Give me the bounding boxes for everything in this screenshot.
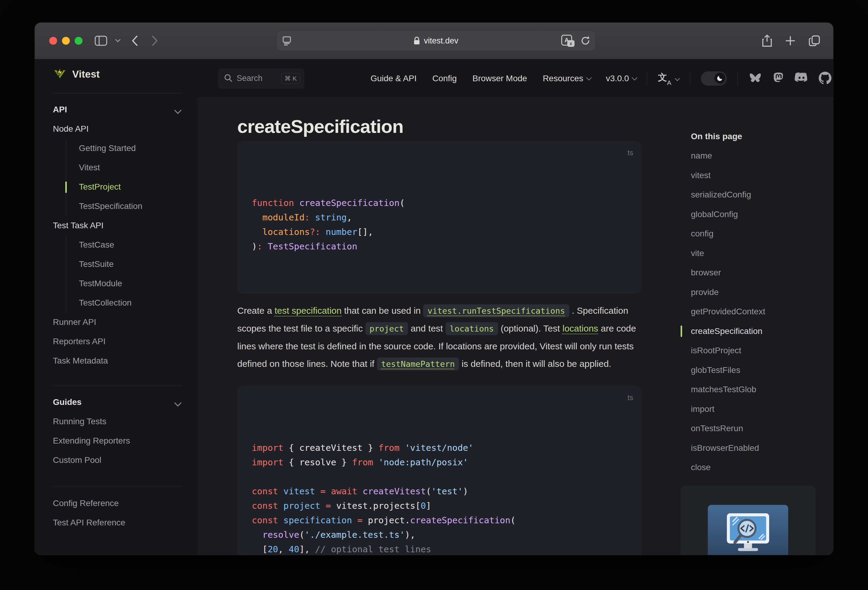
toc-item[interactable]: serializedConfig bbox=[691, 185, 816, 205]
sidebar-item[interactable]: Config Reference bbox=[53, 494, 182, 513]
toc-item[interactable]: createSpecification bbox=[691, 322, 816, 341]
code-lines: function createSpecification( moduleId: … bbox=[252, 196, 626, 254]
forward-button[interactable] bbox=[151, 35, 158, 46]
toc-item[interactable]: vite bbox=[691, 244, 816, 263]
translate-icon[interactable]: A x bbox=[561, 35, 574, 47]
search-input[interactable]: Search ⌘ K bbox=[218, 69, 304, 88]
chevron-down-icon bbox=[675, 76, 680, 81]
sidebar-item[interactable]: TestSuite bbox=[66, 255, 182, 274]
vitest-logo-icon bbox=[53, 67, 67, 82]
top-navbar: Search ⌘ K Guide & APIConfigBrowser Mode… bbox=[198, 59, 833, 98]
chevron-down-icon[interactable] bbox=[115, 39, 121, 43]
github-icon[interactable] bbox=[819, 72, 831, 85]
sidebar-item[interactable]: Reporters API bbox=[53, 332, 182, 351]
sidebar-section-api[interactable]: API bbox=[53, 100, 182, 119]
new-tab-icon[interactable] bbox=[785, 35, 796, 46]
back-button[interactable] bbox=[131, 35, 138, 46]
sidebar-item[interactable]: Extending Reporters bbox=[53, 431, 182, 450]
minimize-window-button[interactable] bbox=[62, 37, 70, 45]
toc-item[interactable]: getProvidedContext bbox=[691, 302, 816, 322]
sidebar: Vitest API Node API Getting StartedVites… bbox=[35, 59, 198, 555]
toc-title: On this page bbox=[691, 127, 816, 146]
sidebar-nav: API Node API Getting StartedVitestTestPr… bbox=[53, 100, 182, 532]
close-window-button[interactable] bbox=[49, 37, 57, 45]
nav-link[interactable]: v3.0.0 bbox=[606, 74, 636, 83]
toc-item[interactable]: config bbox=[691, 224, 816, 244]
nav-links: Guide & APIConfigBrowser ModeResourcesv3… bbox=[371, 74, 636, 83]
toc-item[interactable]: vitest bbox=[691, 166, 816, 185]
sidebar-item[interactable]: TestProject bbox=[66, 177, 182, 197]
brand[interactable]: Vitest bbox=[53, 63, 198, 85]
toc-item[interactable]: globTestFiles bbox=[691, 360, 816, 380]
code-language-label: ts bbox=[627, 390, 633, 405]
nav-link[interactable]: Guide & API bbox=[371, 74, 417, 83]
sponsor-image bbox=[708, 505, 788, 555]
sidebar-toggle-icon[interactable] bbox=[94, 35, 107, 46]
brand-name: Vitest bbox=[72, 69, 100, 80]
discord-icon[interactable] bbox=[794, 72, 809, 85]
sidebar-item[interactable]: Vitest bbox=[66, 158, 182, 177]
page-title: createSpecification bbox=[237, 116, 641, 137]
tab-overview-icon[interactable] bbox=[809, 35, 821, 47]
toc-list: namevitestserializedConfigglobalConfigco… bbox=[691, 146, 816, 477]
test-task-api-items: TestCaseTestSuiteTestModuleTestCollectio… bbox=[66, 235, 182, 312]
language-icon[interactable]: 文 A bbox=[658, 72, 672, 85]
search-placeholder: Search bbox=[237, 74, 277, 83]
share-icon[interactable] bbox=[762, 34, 772, 47]
browser-window: vitest.dev A x bbox=[35, 23, 833, 555]
search-shortcut: ⌘ K bbox=[281, 73, 300, 84]
sidebar-item[interactable]: TestSpecification bbox=[66, 197, 182, 216]
browser-chrome: vitest.dev A x bbox=[35, 23, 833, 59]
node-api-items: Getting StartedVitestTestProjectTestSpec… bbox=[66, 138, 182, 216]
toc-item[interactable]: name bbox=[691, 146, 816, 166]
toc-item[interactable]: browser bbox=[691, 263, 816, 282]
search-icon bbox=[224, 74, 232, 83]
code-lines: import { createVitest } from 'vitest/nod… bbox=[252, 440, 626, 555]
address-bar[interactable]: vitest.dev A x bbox=[277, 31, 595, 50]
code-block-signature: ts function createSpecification( moduleI… bbox=[237, 141, 641, 293]
code-block-example: ts import { createVitest } from 'vitest/… bbox=[237, 386, 641, 555]
address-text: vitest.dev bbox=[424, 36, 458, 46]
main-content: createSpecification ts function createSp… bbox=[198, 98, 833, 555]
sidebar-item[interactable]: Task Metadata bbox=[53, 351, 182, 371]
nav-link[interactable]: Resources bbox=[543, 74, 590, 83]
toc-item[interactable]: import bbox=[691, 399, 816, 419]
zoom-window-button[interactable] bbox=[75, 37, 83, 45]
nav-link[interactable]: Config bbox=[432, 74, 457, 83]
sidebar-item[interactable]: Custom Pool bbox=[53, 450, 182, 470]
lock-icon bbox=[413, 37, 420, 45]
chevron-down-icon bbox=[174, 399, 182, 406]
sidebar-section-guides[interactable]: Guides bbox=[53, 393, 182, 412]
chevron-down-icon bbox=[174, 107, 182, 114]
sidebar-item[interactable]: TestModule bbox=[66, 274, 182, 293]
sidebar-group-test-task-api[interactable]: Test Task API bbox=[53, 216, 182, 235]
sidebar-item[interactable]: Running Tests bbox=[53, 412, 182, 431]
nav-link[interactable]: Browser Mode bbox=[472, 74, 527, 83]
sidebar-item[interactable]: TestCollection bbox=[66, 293, 182, 312]
toc-item[interactable]: matchesTestGlob bbox=[691, 380, 816, 399]
toc-item[interactable]: isRootProject bbox=[691, 341, 816, 360]
toc-item[interactable]: isBrowserEnabled bbox=[691, 438, 816, 458]
guides-items: Running TestsExtending ReportersCustom P… bbox=[53, 412, 182, 470]
sidebar-item[interactable]: Test API Reference bbox=[53, 513, 182, 532]
moon-icon bbox=[714, 73, 725, 84]
toc-item[interactable]: globalConfig bbox=[691, 205, 816, 224]
theme-toggle[interactable] bbox=[701, 72, 726, 85]
toc-item[interactable]: provide bbox=[691, 282, 816, 302]
sidebar-item[interactable]: TestCase bbox=[66, 235, 182, 255]
sidebar-group-node-api[interactable]: Node API bbox=[53, 119, 182, 138]
divider bbox=[690, 71, 690, 86]
on-this-page: On this page namevitestserializedConfigg… bbox=[681, 127, 816, 477]
toc-item[interactable]: close bbox=[691, 458, 816, 477]
mastodon-icon[interactable] bbox=[772, 72, 784, 85]
bluesky-icon[interactable] bbox=[748, 72, 762, 85]
divider bbox=[737, 71, 738, 86]
sidebar-item[interactable]: Runner API bbox=[53, 312, 182, 332]
sponsor-card[interactable] bbox=[681, 486, 815, 555]
toc-item[interactable]: onTestsRerun bbox=[691, 419, 816, 438]
sidebar-item[interactable]: Getting Started bbox=[66, 138, 182, 158]
sidebar-bottom-links: Config ReferenceTest API Reference bbox=[53, 494, 182, 532]
divider bbox=[53, 93, 182, 93]
code-language-label: ts bbox=[627, 146, 633, 160]
sidebar-root-links: Runner APIReporters APITask Metadata bbox=[53, 312, 182, 371]
